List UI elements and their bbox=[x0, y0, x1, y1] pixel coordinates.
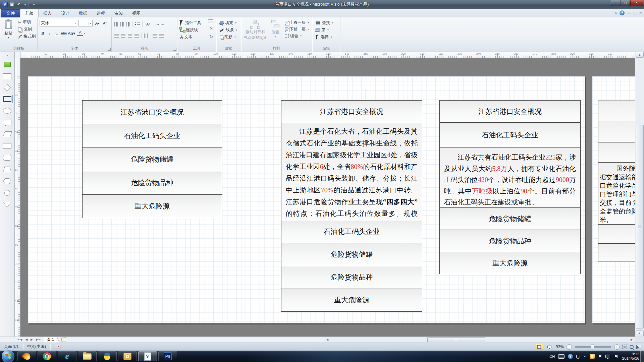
box-row[interactable]: 石油化工码头企业 bbox=[281, 220, 422, 243]
chevron-down-icon[interactable]: ▾ bbox=[84, 32, 85, 35]
box-row[interactable] bbox=[598, 101, 635, 121]
box-row[interactable] bbox=[598, 121, 635, 142]
rectangle-tool-button[interactable]: ▾ bbox=[208, 19, 215, 23]
page-indicator[interactable]: 页面 1/1 bbox=[0, 344, 23, 350]
change-case-button[interactable]: Aa▾ bbox=[68, 30, 75, 37]
shrink-font-button[interactable]: A▾ bbox=[102, 20, 108, 26]
zoom-in-button[interactable]: + bbox=[614, 344, 620, 350]
bring-forward-button[interactable]: 上移一层▾ bbox=[283, 19, 310, 26]
tab-file[interactable]: 文件 bbox=[1, 9, 20, 17]
box-paragraph[interactable]: 江苏省共有石油化工码头企业225家，涉及从业人员大约5.8万人，拥有专业化石油化… bbox=[440, 147, 580, 207]
grow-font-button[interactable]: A▴ bbox=[94, 20, 100, 26]
align-top-icon[interactable] bbox=[114, 22, 118, 26]
box-row[interactable] bbox=[598, 243, 635, 261]
show-hidden-icons[interactable]: ▲ bbox=[583, 355, 586, 358]
input-language-indicator[interactable]: CH bbox=[549, 354, 555, 358]
language-indicator[interactable]: 中文(中国) bbox=[23, 344, 50, 350]
taskbar-clock[interactable]: 9:12 2014/5/16 bbox=[621, 352, 639, 361]
shadow-button[interactable]: 阴影▾ bbox=[218, 34, 241, 41]
box-row[interactable]: 石油化工码头企业 bbox=[440, 122, 580, 147]
tab-process[interactable]: 进程 bbox=[92, 10, 110, 17]
tab-design[interactable]: 设计 bbox=[56, 10, 74, 17]
zoom-out-button[interactable]: − bbox=[567, 344, 572, 350]
font-name-combo[interactable]: 宋体▾ bbox=[40, 20, 77, 26]
stencil-ellipse[interactable] bbox=[3, 108, 11, 114]
box-row[interactable] bbox=[598, 142, 635, 162]
box-paragraph[interactable]: 江苏是个石化大省，石油化工码头及其仓储式石化产业的基础支撑和生命线，依托沿江港口… bbox=[281, 123, 422, 220]
customize-qat-button[interactable]: ▾ bbox=[31, 2, 37, 7]
box-title[interactable]: 江苏省港口安全概况 bbox=[440, 101, 580, 122]
first-page-icon[interactable]: ⯬◀ bbox=[17, 338, 22, 342]
stencil-document-icon[interactable] bbox=[4, 62, 11, 67]
doc-restore-icon[interactable]: ▢ bbox=[633, 11, 636, 15]
network-icon[interactable] bbox=[605, 355, 610, 358]
box-row[interactable]: 重大危险源 bbox=[440, 252, 580, 274]
stencil-rectangle[interactable] bbox=[3, 73, 11, 79]
fill-button[interactable]: 填充▾ bbox=[218, 19, 241, 26]
flowchart-box-clipped[interactable]: 国务院新《据交通运输部和口危险化学品安口管理部门与安交接，目前 江苏全监管的危险… bbox=[598, 101, 635, 261]
stencil-diamond[interactable] bbox=[4, 84, 11, 91]
ime-toolbar-icon[interactable] bbox=[576, 355, 580, 358]
align-right-icon[interactable] bbox=[128, 34, 132, 38]
paste-dropdown-icon[interactable]: ▾ bbox=[8, 36, 9, 39]
box-row[interactable] bbox=[598, 224, 635, 243]
maximize-button[interactable]: ▢ bbox=[621, 0, 630, 6]
vertical-scrollbar[interactable]: ▲ ▼ bbox=[635, 52, 644, 337]
bold-button[interactable]: B bbox=[40, 30, 46, 37]
select-button[interactable]: 选择▾ bbox=[314, 34, 340, 41]
increase-indent-icon[interactable] bbox=[159, 34, 164, 38]
horizontal-scrollbar[interactable]: ◀ ▶ bbox=[324, 337, 635, 343]
find-button[interactable]: 查找▾ bbox=[314, 19, 340, 26]
doc-minimize-icon[interactable]: — bbox=[627, 11, 631, 15]
taskbar-app-python[interactable] bbox=[98, 351, 117, 361]
doc-close-icon[interactable]: ✕ bbox=[639, 11, 642, 15]
zoom-slider[interactable] bbox=[575, 346, 611, 348]
scroll-up-icon[interactable]: ▲ bbox=[636, 52, 644, 58]
stencil-trapezoid[interactable] bbox=[3, 167, 11, 172]
bullets-icon[interactable] bbox=[135, 22, 140, 26]
text-direction-icon[interactable]: ⇥ bbox=[156, 22, 159, 26]
fullscreen-view-button[interactable] bbox=[546, 344, 553, 350]
scroll-right-icon[interactable]: ▶ bbox=[629, 337, 634, 342]
send-backward-button[interactable]: 下移一层▾ bbox=[283, 26, 310, 33]
tab-insert[interactable]: 插入 bbox=[39, 10, 56, 17]
flowchart-box-overview[interactable]: 江苏省港口安全概况石油化工码头企业危险货物储罐危险货物品种重大危险源 bbox=[82, 100, 222, 218]
expand-shapes-icon[interactable]: › bbox=[0, 52, 14, 57]
chevron-down-icon[interactable]: ▾ bbox=[88, 22, 91, 25]
box-title[interactable]: 江苏省港口安全概况 bbox=[281, 101, 422, 123]
tab-home[interactable]: 开始 bbox=[20, 9, 39, 17]
box-row[interactable]: 重大危险源 bbox=[83, 194, 222, 218]
align-middle-icon[interactable] bbox=[120, 22, 124, 26]
strikethrough-button[interactable]: abc bbox=[61, 30, 67, 37]
last-page-icon[interactable]: ▶⯮ bbox=[36, 338, 41, 342]
taskbar-app-outlook[interactable] bbox=[118, 351, 137, 361]
paragraph-dialog-launcher[interactable] bbox=[173, 48, 176, 51]
box-row[interactable]: 危险货物储罐 bbox=[83, 147, 222, 171]
chevron-down-icon[interactable]: ▾ bbox=[73, 22, 76, 25]
stencil-triangle[interactable] bbox=[3, 202, 11, 207]
stencil-callout[interactable] bbox=[3, 120, 11, 125]
taskbar-app-chrome[interactable] bbox=[38, 351, 56, 361]
box-row[interactable]: 危险货物品种 bbox=[281, 266, 422, 289]
tab-view[interactable]: 视图 bbox=[127, 10, 145, 17]
taskbar-app-explorer[interactable] bbox=[78, 351, 97, 361]
font-dialog-launcher[interactable] bbox=[108, 48, 111, 51]
next-page-icon[interactable]: ▶ bbox=[31, 338, 33, 342]
horizontal-scroll-thumb[interactable] bbox=[427, 337, 485, 342]
cut-button[interactable]: ✂剪切 bbox=[17, 19, 37, 26]
normal-view-button[interactable] bbox=[536, 344, 543, 350]
undo-button[interactable]: ↶ bbox=[16, 2, 22, 7]
undo-dropdown-icon[interactable]: ▾ bbox=[24, 2, 26, 7]
delete-tool-button[interactable]: ✕ bbox=[208, 25, 214, 32]
underline-button[interactable]: U bbox=[54, 30, 60, 37]
stencil-circle[interactable] bbox=[4, 190, 10, 196]
tab-review[interactable]: 审阅 bbox=[110, 10, 127, 17]
close-button[interactable]: ✕ bbox=[630, 0, 643, 6]
font-size-combo[interactable]: ▾ bbox=[78, 20, 93, 26]
decrease-indent-icon[interactable] bbox=[153, 34, 157, 38]
action-center-flag-icon[interactable]: ⚑ bbox=[598, 354, 602, 359]
rotate-text-button[interactable]: ↻ bbox=[208, 33, 214, 40]
ime-help-icon[interactable]: ? bbox=[568, 354, 573, 359]
taskbar-app-visio[interactable]: V bbox=[138, 351, 157, 361]
layers-button[interactable]: 层▾ bbox=[314, 26, 340, 34]
